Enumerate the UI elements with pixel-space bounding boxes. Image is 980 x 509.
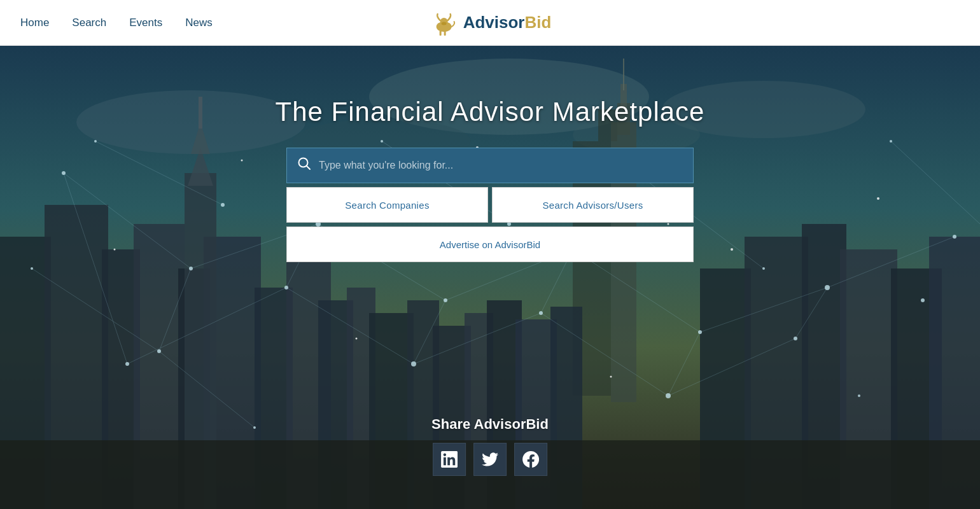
svg-point-75 xyxy=(698,330,702,334)
search-input[interactable] xyxy=(319,160,683,171)
svg-point-94 xyxy=(921,298,925,302)
svg-line-105 xyxy=(307,166,310,169)
navbar: Home Search Events News A xyxy=(0,0,980,46)
nav-home[interactable]: Home xyxy=(20,17,49,29)
svg-rect-16 xyxy=(623,59,624,90)
svg-point-83 xyxy=(794,337,797,340)
svg-point-78 xyxy=(125,362,129,366)
svg-point-76 xyxy=(825,285,830,290)
svg-point-95 xyxy=(858,394,860,397)
svg-point-101 xyxy=(356,338,358,340)
hero-section: The Financial Advisor Marketplace Search… xyxy=(0,46,980,509)
svg-point-92 xyxy=(762,267,765,270)
svg-point-86 xyxy=(253,426,256,429)
svg-point-4 xyxy=(442,22,447,25)
svg-point-84 xyxy=(31,267,33,270)
svg-point-79 xyxy=(284,286,288,289)
facebook-icon[interactable] xyxy=(514,443,547,476)
brand-text: AdvisorBid xyxy=(463,13,552,32)
svg-point-102 xyxy=(610,376,612,378)
search-companies-button[interactable]: Search Companies xyxy=(286,187,488,223)
nav-events[interactable]: Events xyxy=(129,17,162,29)
bull-icon xyxy=(429,9,457,37)
hero-content: The Financial Advisor Marketplace Search… xyxy=(0,97,980,262)
search-bar xyxy=(286,148,694,183)
brand-logo[interactable]: AdvisorBid xyxy=(429,9,552,37)
social-icons xyxy=(433,443,547,476)
svg-rect-2 xyxy=(440,31,442,36)
svg-point-81 xyxy=(539,311,543,315)
svg-point-85 xyxy=(157,349,161,353)
hero-title: The Financial Advisor Marketplace xyxy=(276,97,705,127)
nav-links: Home Search Events News xyxy=(20,17,213,29)
nav-news[interactable]: News xyxy=(185,17,213,29)
svg-point-71 xyxy=(189,267,193,270)
svg-point-80 xyxy=(411,361,416,366)
search-icon xyxy=(297,157,311,174)
share-title: Share AdvisorBid xyxy=(431,416,549,433)
search-action-buttons: Search Companies Search Advisors/Users xyxy=(286,187,694,223)
svg-rect-3 xyxy=(444,31,446,36)
share-section: Share AdvisorBid xyxy=(431,416,549,476)
linkedin-icon[interactable] xyxy=(433,443,466,476)
twitter-icon[interactable] xyxy=(473,443,507,476)
svg-point-82 xyxy=(666,393,671,398)
advertise-button[interactable]: Advertise on AdvisorBid xyxy=(286,227,694,262)
search-advisors-button[interactable]: Search Advisors/Users xyxy=(492,187,694,223)
nav-search[interactable]: Search xyxy=(72,17,106,29)
svg-point-73 xyxy=(444,298,447,302)
